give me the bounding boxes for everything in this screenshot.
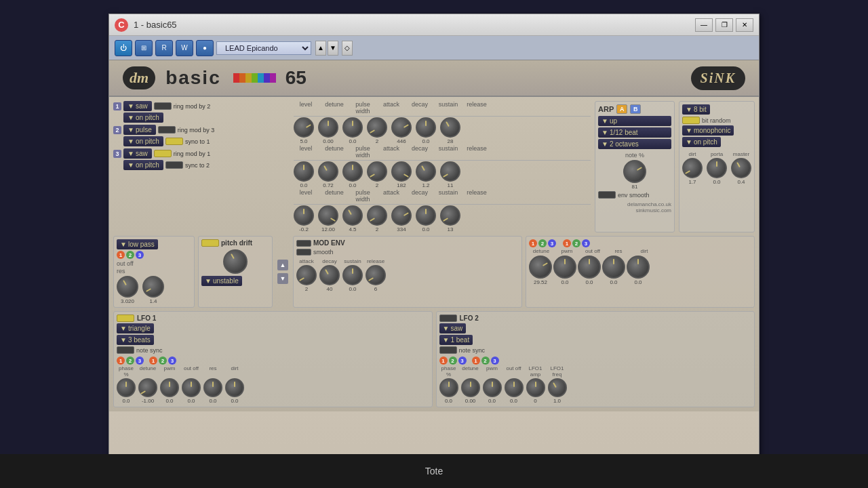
osc2-pitch-dropdown[interactable]: ▼on pitch [123, 136, 163, 146]
osc2-pw-ctrl[interactable] [342, 161, 363, 182]
osc1-sustain-ctrl[interactable] [416, 117, 436, 138]
osc1-decay-ctrl[interactable] [391, 117, 412, 138]
osc2-sustain-ctrl[interactable] [416, 161, 436, 182]
arp-direction-dropdown[interactable]: ▼up [598, 116, 671, 126]
lfo2-toggle[interactable] [439, 314, 457, 322]
global-dirt-ctrl[interactable] [627, 256, 650, 279]
osc2-release-ctrl[interactable] [440, 161, 460, 182]
osc3-level-ctrl[interactable] [294, 205, 314, 226]
modenv-toggle1[interactable] [296, 240, 311, 247]
preset-dropdown[interactable]: LEAD Epicando [216, 41, 311, 55]
lfo2-detune-ctrl[interactable] [461, 378, 480, 397]
lfo1-sync-toggle[interactable] [117, 346, 134, 354]
restore-button[interactable]: ❐ [715, 18, 733, 32]
arp-note-pct-knob-area: 81 [598, 160, 671, 190]
osc2-toggle2[interactable] [165, 138, 183, 145]
osc2-attack-ctrl[interactable] [367, 161, 387, 182]
lfo2-rate-dropdown[interactable]: ▼1 beat [439, 335, 473, 345]
osc3-release-ctrl[interactable] [440, 205, 460, 226]
lfo1-dirt-ctrl[interactable] [225, 378, 244, 397]
osc2-detune-ctrl[interactable] [318, 161, 338, 182]
preset-down[interactable]: ▼ [328, 41, 338, 56]
modenv-decay-ctrl[interactable] [319, 265, 340, 285]
osc3-attack-ctrl[interactable] [367, 205, 387, 226]
filter-type-dropdown[interactable]: ▼low pass [117, 239, 158, 249]
osc1-toggle1[interactable] [154, 102, 172, 110]
monitor-button[interactable]: ● [196, 40, 214, 56]
lfo1-phase-ctrl[interactable] [117, 378, 136, 397]
lfo1-res-ctrl[interactable] [203, 378, 222, 397]
write-button[interactable]: W [176, 40, 193, 56]
record-button[interactable]: R [155, 40, 173, 56]
arrow-up[interactable]: ▲ [277, 260, 288, 270]
preset-up[interactable]: ▲ [315, 41, 326, 56]
osc3-type-dropdown[interactable]: ▼saw [123, 148, 152, 159]
modenv-sustain-ctrl[interactable] [342, 265, 363, 285]
lfo2-pwm-ctrl[interactable] [483, 378, 502, 397]
osc1-level-ctrl[interactable] [294, 117, 314, 138]
pitch-drift-toggle[interactable] [201, 239, 219, 247]
lfo2-outoff-ctrl[interactable] [505, 378, 524, 397]
lfo2-waveform-dropdown[interactable]: ▼saw [439, 323, 467, 333]
bits-dirt-ctrl[interactable] [682, 158, 703, 178]
osc1-detune-ctrl[interactable] [318, 117, 338, 138]
lfo1-sync-row: note sync [117, 346, 429, 354]
modenv-smooth-toggle[interactable] [296, 249, 311, 256]
lfo2-sync-toggle[interactable] [439, 346, 457, 354]
osc3-detune-ctrl[interactable] [318, 205, 338, 226]
preset-menu[interactable]: ◇ [342, 41, 353, 56]
osc1-release-ctrl[interactable] [440, 117, 460, 138]
lfo1-rate-dropdown[interactable]: ▼3 beats [117, 335, 154, 345]
arp-env-smooth-toggle[interactable] [598, 191, 616, 199]
lfo1-pwm-ctrl[interactable] [160, 378, 179, 397]
osc3-toggle1[interactable] [154, 150, 172, 157]
bits-bitrandom-toggle[interactable] [682, 117, 700, 124]
global-pwm-ctrl[interactable] [553, 256, 576, 279]
lfo1-waveform-dropdown[interactable]: ▼triangle [117, 323, 154, 333]
bits-porta-knob: porta 0.0 [707, 151, 727, 185]
filter-res-ctrl[interactable] [142, 276, 164, 298]
global-res-ctrl[interactable] [602, 256, 625, 279]
modenv-attack-ctrl[interactable] [296, 265, 317, 285]
bits-monophonic-dropdown[interactable]: ▼monophonic [682, 125, 734, 136]
osc3-decay-ctrl[interactable] [391, 205, 412, 226]
global-detune-ctrl[interactable] [529, 256, 552, 279]
bits-onpitch-dropdown[interactable]: ▼on pitch [682, 137, 721, 147]
osc1-type-dropdown[interactable]: ▼saw [123, 101, 152, 111]
arp-a-button[interactable]: A [616, 104, 627, 114]
minimize-button[interactable]: — [695, 18, 713, 32]
lfo2-phase-ctrl[interactable] [439, 378, 458, 397]
arp-beat-dropdown[interactable]: ▼1/12 beat [598, 127, 671, 138]
osc2-level-ctrl[interactable] [294, 161, 314, 182]
osc3-toggle2[interactable] [165, 161, 183, 169]
bits-master-ctrl[interactable] [731, 158, 751, 178]
osc3-sustain-ctrl[interactable] [416, 205, 436, 226]
modenv-release-ctrl[interactable] [366, 265, 386, 285]
bits-porta-ctrl[interactable] [707, 158, 727, 178]
power-button[interactable]: ⏻ [115, 40, 132, 56]
lfo2-lfo1freq-ctrl[interactable] [548, 378, 567, 397]
arp-note-pct-ctrl[interactable] [623, 160, 646, 183]
arrow-down[interactable]: ▼ [277, 273, 288, 284]
lfo1-toggle[interactable] [117, 314, 134, 322]
bits-dropdown[interactable]: ▼8 bit [682, 104, 710, 115]
close-button[interactable]: ✕ [736, 18, 753, 32]
lfo2-lfo1amp-ctrl[interactable] [526, 378, 545, 397]
arp-octaves-dropdown[interactable]: ▼2 octaves [598, 139, 671, 149]
osc1-pw-ctrl[interactable] [342, 117, 363, 138]
osc3-pitch-dropdown[interactable]: ▼on pitch [123, 160, 163, 170]
arp-b-button[interactable]: B [630, 104, 641, 114]
pitch-drift-stability-dropdown[interactable]: ▼unstable [201, 276, 242, 286]
global-outoff-ctrl[interactable] [578, 256, 601, 279]
lfo1-outoff-ctrl[interactable] [182, 378, 201, 397]
osc2-toggle1[interactable] [158, 126, 176, 134]
settings-button[interactable]: ⊞ [135, 40, 153, 56]
lfo1-detune-ctrl[interactable] [138, 378, 157, 397]
filter-cutoff-ctrl[interactable] [117, 276, 138, 298]
osc2-decay-ctrl[interactable] [391, 161, 412, 182]
osc3-pw-ctrl[interactable] [342, 205, 363, 226]
pitch-drift-ctrl[interactable] [223, 249, 248, 274]
osc1-pitch-dropdown[interactable]: ▼on pitch [123, 113, 163, 123]
osc2-type-dropdown[interactable]: ▼pulse [123, 125, 156, 135]
osc1-attack-ctrl[interactable] [367, 117, 387, 138]
